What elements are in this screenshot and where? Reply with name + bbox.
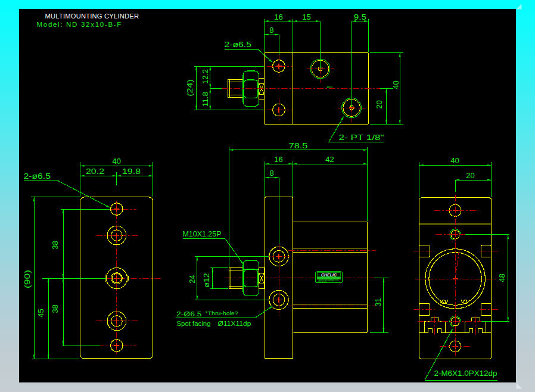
svg-text:2- PT 1/8": 2- PT 1/8" bbox=[339, 133, 384, 142]
svg-text:2-ø6.5: 2-ø6.5 bbox=[24, 172, 51, 181]
svg-text:78.5: 78.5 bbox=[289, 141, 308, 150]
svg-text:24: 24 bbox=[188, 275, 197, 283]
svg-text:Spot facing: Spot facing bbox=[177, 320, 211, 327]
svg-text:9.5: 9.5 bbox=[354, 13, 366, 21]
svg-text:Ø11X11dp: Ø11X11dp bbox=[218, 320, 251, 327]
svg-text:38: 38 bbox=[51, 241, 60, 249]
svg-text:MULTIMOUNTING CYLINDER: MULTIMOUNTING CYLINDER bbox=[45, 13, 139, 20]
svg-text:20: 20 bbox=[375, 100, 384, 108]
svg-text:40: 40 bbox=[450, 156, 459, 165]
svg-text:45: 45 bbox=[36, 309, 45, 317]
svg-text:Model: ND 32x10-B-F: Model: ND 32x10-B-F bbox=[37, 21, 123, 28]
svg-text:ᴍᴏ×²: ᴍᴏ×² bbox=[327, 86, 333, 89]
svg-text:(90): (90) bbox=[23, 270, 32, 288]
svg-text:40: 40 bbox=[112, 157, 120, 166]
svg-text:42: 42 bbox=[325, 155, 334, 164]
svg-text:(24): (24) bbox=[185, 79, 194, 97]
svg-text:48: 48 bbox=[497, 273, 506, 282]
svg-text:19.8: 19.8 bbox=[122, 167, 141, 176]
svg-text:2-ø6.5: 2-ø6.5 bbox=[225, 41, 252, 49]
svg-text:16: 16 bbox=[274, 155, 282, 164]
svg-text:11.8: 11.8 bbox=[201, 92, 210, 107]
svg-text:15: 15 bbox=[302, 13, 310, 21]
svg-text:20: 20 bbox=[466, 171, 474, 180]
svg-text:ø12: ø12 bbox=[202, 273, 211, 288]
svg-text:ND 32x10: ND 32x10 bbox=[319, 281, 327, 284]
svg-text:20.2: 20.2 bbox=[86, 167, 104, 176]
svg-text:8: 8 bbox=[269, 26, 273, 35]
svg-text:°Thru-hole?: °Thru-hole? bbox=[206, 310, 238, 316]
svg-text:2-Ø6.5: 2-Ø6.5 bbox=[176, 310, 202, 318]
svg-text:CHELIC: CHELIC bbox=[321, 273, 337, 277]
svg-text:31: 31 bbox=[374, 298, 382, 306]
svg-text:M10X1.25P: M10X1.25P bbox=[183, 230, 222, 238]
svg-text:8: 8 bbox=[269, 169, 273, 178]
svg-text:16: 16 bbox=[274, 13, 282, 21]
svg-text:2-M6X1.0PX12dp: 2-M6X1.0PX12dp bbox=[434, 369, 497, 378]
svg-text:12.2: 12.2 bbox=[201, 69, 210, 84]
svg-text:38: 38 bbox=[51, 304, 60, 313]
svg-text:40: 40 bbox=[391, 80, 400, 89]
